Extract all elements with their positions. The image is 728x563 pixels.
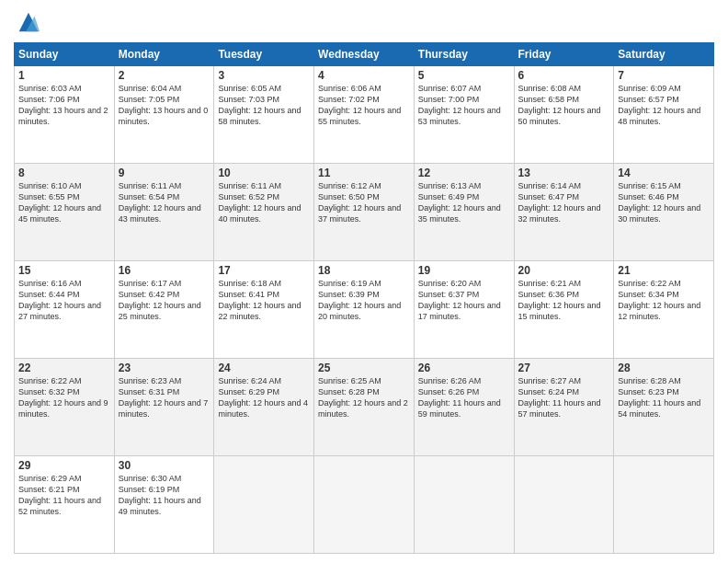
day-info: Sunrise: 6:26 AMSunset: 6:26 PMDaylight:…	[418, 376, 501, 419]
day-info: Sunrise: 6:19 AMSunset: 6:39 PMDaylight:…	[318, 279, 401, 321]
empty-cell	[414, 456, 514, 554]
day-number: 26	[418, 362, 510, 374]
day-number: 5	[418, 69, 510, 82]
day-info: Sunrise: 6:06 AMSunset: 7:02 PMDaylight:…	[318, 84, 401, 126]
day-number: 3	[218, 69, 310, 82]
day-cell-9: 9Sunrise: 6:11 AMSunset: 6:54 PMDaylight…	[114, 164, 214, 261]
day-cell-5: 5Sunrise: 6:07 AMSunset: 7:00 PMDaylight…	[414, 66, 514, 164]
day-cell-16: 16Sunrise: 6:17 AMSunset: 6:42 PMDayligh…	[114, 261, 214, 359]
day-cell-14: 14Sunrise: 6:15 AMSunset: 6:46 PMDayligh…	[614, 164, 714, 261]
day-info: Sunrise: 6:09 AMSunset: 6:57 PMDaylight:…	[618, 84, 700, 126]
day-info: Sunrise: 6:17 AMSunset: 6:42 PMDaylight:…	[119, 279, 201, 321]
day-number: 1	[18, 69, 110, 82]
day-cell-30: 30Sunrise: 6:30 AMSunset: 6:19 PMDayligh…	[114, 456, 214, 554]
day-cell-7: 7Sunrise: 6:09 AMSunset: 6:57 PMDaylight…	[614, 66, 714, 164]
day-number: 25	[318, 362, 410, 374]
day-cell-22: 22Sunrise: 6:22 AMSunset: 6:32 PMDayligh…	[15, 359, 115, 456]
day-number: 28	[618, 362, 710, 374]
day-cell-28: 28Sunrise: 6:28 AMSunset: 6:23 PMDayligh…	[614, 359, 714, 456]
weekday-header-thursday: Thursday	[414, 43, 514, 66]
day-number: 22	[18, 362, 110, 374]
day-info: Sunrise: 6:15 AMSunset: 6:46 PMDaylight:…	[618, 181, 700, 224]
weekday-header-tuesday: Tuesday	[214, 43, 314, 66]
day-cell-20: 20Sunrise: 6:21 AMSunset: 6:36 PMDayligh…	[514, 261, 614, 359]
day-info: Sunrise: 6:13 AMSunset: 6:49 PMDaylight:…	[418, 181, 501, 224]
calendar-table: SundayMondayTuesdayWednesdayThursdayFrid…	[14, 42, 714, 554]
day-number: 9	[119, 167, 210, 179]
day-cell-26: 26Sunrise: 6:26 AMSunset: 6:26 PMDayligh…	[414, 359, 514, 456]
day-number: 19	[418, 264, 510, 277]
day-number: 15	[18, 264, 110, 277]
empty-cell	[214, 456, 314, 554]
day-info: Sunrise: 6:12 AMSunset: 6:50 PMDaylight:…	[318, 181, 401, 224]
day-number: 24	[218, 362, 310, 374]
day-info: Sunrise: 6:24 AMSunset: 6:29 PMDaylight:…	[218, 376, 308, 419]
empty-cell	[614, 456, 714, 554]
day-cell-11: 11Sunrise: 6:12 AMSunset: 6:50 PMDayligh…	[314, 164, 415, 261]
day-number: 8	[18, 167, 110, 179]
day-info: Sunrise: 6:23 AMSunset: 6:31 PMDaylight:…	[119, 376, 209, 419]
day-info: Sunrise: 6:07 AMSunset: 7:00 PMDaylight:…	[418, 84, 501, 126]
day-cell-1: 1Sunrise: 6:03 AMSunset: 7:06 PMDaylight…	[15, 66, 115, 164]
page: SundayMondayTuesdayWednesdayThursdayFrid…	[0, 0, 728, 563]
day-cell-19: 19Sunrise: 6:20 AMSunset: 6:37 PMDayligh…	[414, 261, 514, 359]
day-info: Sunrise: 6:10 AMSunset: 6:55 PMDaylight:…	[18, 181, 101, 224]
day-number: 10	[218, 167, 310, 179]
day-info: Sunrise: 6:08 AMSunset: 6:58 PMDaylight:…	[518, 84, 601, 126]
day-number: 14	[618, 167, 710, 179]
day-info: Sunrise: 6:16 AMSunset: 6:44 PMDaylight:…	[18, 279, 101, 321]
day-info: Sunrise: 6:30 AMSunset: 6:19 PMDaylight:…	[119, 474, 201, 516]
day-cell-29: 29Sunrise: 6:29 AMSunset: 6:21 PMDayligh…	[15, 456, 115, 554]
day-number: 23	[119, 362, 210, 374]
day-info: Sunrise: 6:03 AMSunset: 7:06 PMDaylight:…	[18, 84, 108, 126]
day-info: Sunrise: 6:20 AMSunset: 6:37 PMDaylight:…	[418, 279, 501, 321]
day-info: Sunrise: 6:21 AMSunset: 6:36 PMDaylight:…	[518, 279, 601, 321]
weekday-header-row: SundayMondayTuesdayWednesdayThursdayFrid…	[15, 43, 714, 66]
day-cell-27: 27Sunrise: 6:27 AMSunset: 6:24 PMDayligh…	[514, 359, 614, 456]
day-cell-25: 25Sunrise: 6:25 AMSunset: 6:28 PMDayligh…	[314, 359, 415, 456]
day-info: Sunrise: 6:05 AMSunset: 7:03 PMDaylight:…	[218, 84, 301, 126]
weekday-header-saturday: Saturday	[614, 43, 714, 66]
day-info: Sunrise: 6:22 AMSunset: 6:32 PMDaylight:…	[18, 376, 108, 419]
day-cell-21: 21Sunrise: 6:22 AMSunset: 6:34 PMDayligh…	[614, 261, 714, 359]
day-number: 16	[119, 264, 210, 277]
day-number: 2	[119, 69, 210, 82]
day-info: Sunrise: 6:29 AMSunset: 6:21 PMDaylight:…	[18, 474, 101, 516]
day-cell-12: 12Sunrise: 6:13 AMSunset: 6:49 PMDayligh…	[414, 164, 514, 261]
logo-icon	[16, 9, 41, 35]
day-number: 20	[518, 264, 610, 277]
day-number: 17	[218, 264, 310, 277]
day-cell-18: 18Sunrise: 6:19 AMSunset: 6:39 PMDayligh…	[314, 261, 415, 359]
day-number: 12	[418, 167, 510, 179]
day-cell-10: 10Sunrise: 6:11 AMSunset: 6:52 PMDayligh…	[214, 164, 314, 261]
calendar-week-4: 22Sunrise: 6:22 AMSunset: 6:32 PMDayligh…	[15, 359, 714, 456]
day-number: 4	[318, 69, 410, 82]
day-cell-6: 6Sunrise: 6:08 AMSunset: 6:58 PMDaylight…	[514, 66, 614, 164]
logo	[14, 9, 41, 35]
day-info: Sunrise: 6:18 AMSunset: 6:41 PMDaylight:…	[218, 279, 301, 321]
day-info: Sunrise: 6:11 AMSunset: 6:54 PMDaylight:…	[119, 181, 201, 224]
day-number: 13	[518, 167, 610, 179]
empty-cell	[514, 456, 614, 554]
calendar-week-3: 15Sunrise: 6:16 AMSunset: 6:44 PMDayligh…	[15, 261, 714, 359]
weekday-header-wednesday: Wednesday	[314, 43, 415, 66]
day-info: Sunrise: 6:27 AMSunset: 6:24 PMDaylight:…	[518, 376, 601, 419]
day-cell-17: 17Sunrise: 6:18 AMSunset: 6:41 PMDayligh…	[214, 261, 314, 359]
day-number: 6	[518, 69, 610, 82]
day-cell-15: 15Sunrise: 6:16 AMSunset: 6:44 PMDayligh…	[15, 261, 115, 359]
day-cell-4: 4Sunrise: 6:06 AMSunset: 7:02 PMDaylight…	[314, 66, 415, 164]
calendar-week-2: 8Sunrise: 6:10 AMSunset: 6:55 PMDaylight…	[15, 164, 714, 261]
day-number: 7	[618, 69, 710, 82]
day-info: Sunrise: 6:14 AMSunset: 6:47 PMDaylight:…	[518, 181, 601, 224]
calendar-week-1: 1Sunrise: 6:03 AMSunset: 7:06 PMDaylight…	[15, 66, 714, 164]
empty-cell	[314, 456, 415, 554]
day-number: 29	[18, 459, 110, 472]
day-info: Sunrise: 6:04 AMSunset: 7:05 PMDaylight:…	[119, 84, 209, 126]
day-cell-3: 3Sunrise: 6:05 AMSunset: 7:03 PMDaylight…	[214, 66, 314, 164]
day-cell-24: 24Sunrise: 6:24 AMSunset: 6:29 PMDayligh…	[214, 359, 314, 456]
day-info: Sunrise: 6:25 AMSunset: 6:28 PMDaylight:…	[318, 376, 408, 419]
day-cell-8: 8Sunrise: 6:10 AMSunset: 6:55 PMDaylight…	[15, 164, 115, 261]
weekday-header-sunday: Sunday	[15, 43, 115, 66]
day-info: Sunrise: 6:22 AMSunset: 6:34 PMDaylight:…	[618, 279, 700, 321]
day-cell-2: 2Sunrise: 6:04 AMSunset: 7:05 PMDaylight…	[114, 66, 214, 164]
